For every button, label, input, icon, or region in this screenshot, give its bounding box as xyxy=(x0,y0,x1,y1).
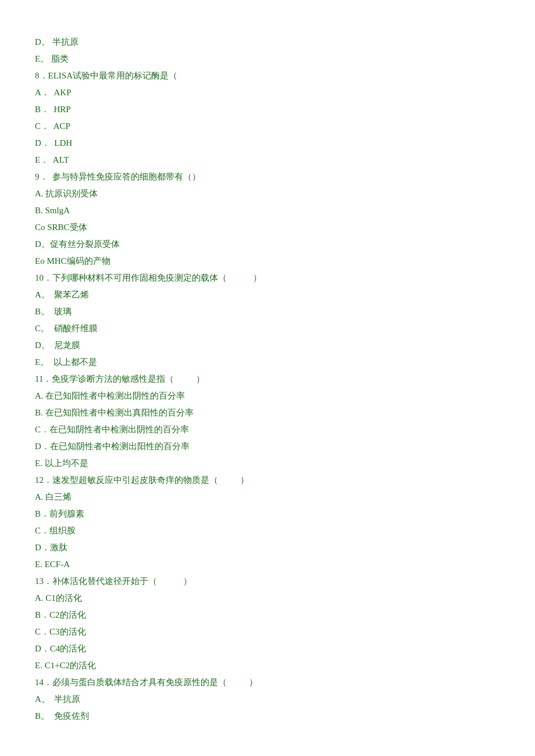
q8c: C． ACP xyxy=(35,119,500,134)
q10b: B。 玻璃 xyxy=(35,304,500,320)
q13d: D．C4的活化 xyxy=(35,641,500,657)
q10a: A。 聚苯乙烯 xyxy=(35,287,500,303)
q9c: Co SRBC受体 xyxy=(35,220,500,235)
q13a: A. C1的活化 xyxy=(35,590,500,606)
q8e: E． ALT xyxy=(35,152,500,168)
q12b: B．前列腺素 xyxy=(35,506,500,522)
q12a: A. 白三烯 xyxy=(35,489,500,505)
q8b: B． HRP xyxy=(35,102,500,117)
q10: 10．下列哪种材料不可用作固相免疫测定的载体（ ） xyxy=(35,270,500,286)
q12d: D．激肽 xyxy=(35,540,500,556)
q8: 8．ELISA试验中最常用的标记酶是（ xyxy=(35,68,500,84)
q14b: B。 免疫佐剂 xyxy=(35,708,500,724)
q14: 14．必须与蛋白质载体结合才具有免疫原性的是（ ） xyxy=(35,675,500,690)
q11a: A. 在已知阳性者中检测出阴性的百分率 xyxy=(35,388,500,404)
q12c: C．组织胺 xyxy=(35,523,500,539)
q12e: E. ECF-A xyxy=(35,557,500,572)
q11: 11．免疫学诊断方法的敏感性是指（ ） xyxy=(35,371,500,387)
q11e: E. 以上均不是 xyxy=(35,456,500,471)
q13c: C．C3的活化 xyxy=(35,624,500,640)
q9: 9． 参与特异性免疫应答的细胞都带有（） xyxy=(35,169,500,185)
q13: 13．补体活化替代途径开始于（ ） xyxy=(35,574,500,589)
q10c: C。 硝酸纤维膜 xyxy=(35,321,500,336)
q10d: D。 尼龙膜 xyxy=(35,338,500,353)
q9d: D。促有丝分裂原受体 xyxy=(35,237,500,252)
q8a: A． AKP xyxy=(35,85,500,101)
q12: 12．速发型超敏反应中引起皮肤奇痒的物质是（ ） xyxy=(35,472,500,488)
q13e: E. C1+C2的活化 xyxy=(35,658,500,673)
exam-content: D。 半抗原E。 脂类8．ELISA试验中最常用的标记酶是（A． AKPB． H… xyxy=(35,17,500,724)
q13b: B．C2的活化 xyxy=(35,607,500,623)
q11b: B. 在已知阳性者中检测出真阳性的百分率 xyxy=(35,405,500,421)
q10e: E。 以上都不是 xyxy=(35,354,500,370)
q14a: A。 半抗原 xyxy=(35,691,500,707)
q9e: Eo MHC编码的产物 xyxy=(35,253,500,269)
d-half-antigen: D。 半抗原 xyxy=(35,34,500,50)
q9b: B. SmlgA xyxy=(35,203,500,218)
q11d: D．在已知阴性者中检测出阳性的百分率 xyxy=(35,439,500,454)
q11c: C．在已知阴性者中检测出阴性的百分率 xyxy=(35,422,500,438)
q8d: D． LDH xyxy=(35,135,500,151)
e-lipid: E。 脂类 xyxy=(35,51,500,67)
q9a: A. 抗原识别受体 xyxy=(35,186,500,202)
